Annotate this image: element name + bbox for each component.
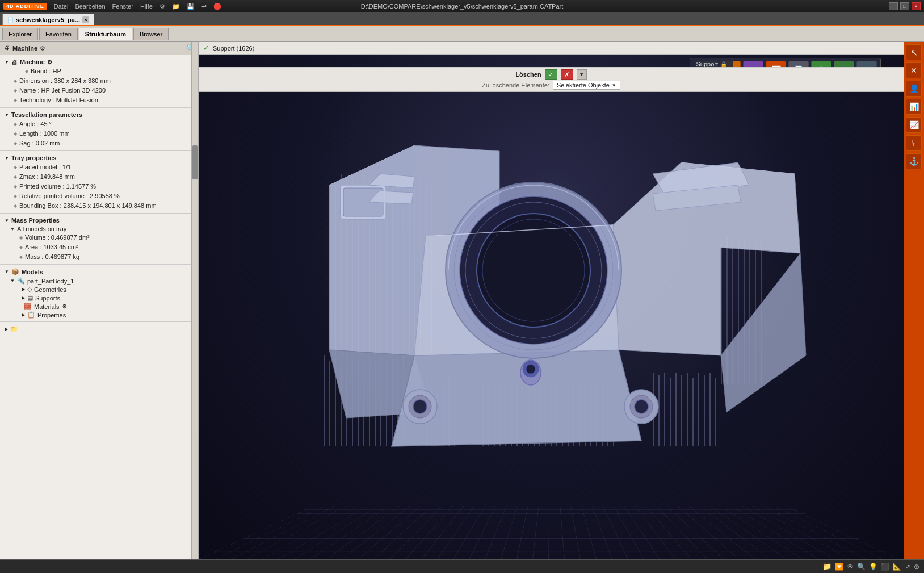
prop-name: ◆ Name : HP Jet Fusion 3D 4200 (14, 86, 196, 95)
settings-icon[interactable]: ⚙ (40, 45, 45, 52)
app-logo: 4D ADDITIVE (3, 3, 47, 10)
status-box-icon[interactable]: ⬛ (881, 563, 889, 571)
analyse-header[interactable]: ▶ 📁 (2, 324, 196, 334)
status-light-icon[interactable]: 💡 (869, 563, 877, 571)
status-folder-icon[interactable]: 📁 (822, 562, 831, 571)
status-eye-icon[interactable]: 👁 (847, 563, 854, 571)
selektierte-arrow-icon: ▼ (612, 83, 616, 88)
anchor-button[interactable]: ⚓ (906, 153, 922, 169)
status-search-icon[interactable]: 🔍 (857, 563, 866, 571)
tab-browser[interactable]: Browser (133, 28, 169, 40)
tray-label: Tray properties (11, 154, 56, 161)
machine-icon2: 🖨 (11, 58, 18, 65)
selektierte-dropdown[interactable]: Selektierte Objekte ▼ (553, 81, 620, 90)
properties-item[interactable]: ▶ 📋 Properties (19, 311, 196, 319)
models-icon: 📦 (11, 268, 19, 275)
svg-rect-54 (704, 375, 705, 446)
properties-arrow: ▶ (22, 312, 25, 317)
geometries-icon: ◇ (27, 286, 32, 293)
fork-button[interactable]: ⑂ (906, 135, 922, 151)
tab-bar: 📄 schwenklagerv5_pa... × (0, 12, 924, 26)
status-filter-icon[interactable]: 🔽 (835, 563, 843, 571)
properties-icon: 📋 (27, 311, 35, 319)
svg-rect-51 (687, 373, 688, 446)
tab-close-icon[interactable]: × (82, 16, 89, 23)
cursor-button[interactable]: ↖ (906, 44, 922, 60)
status-measure-icon[interactable]: 📐 (893, 563, 901, 571)
support-check-icon: ✓ (203, 44, 209, 52)
tab-favoriten[interactable]: Favoriten (39, 28, 78, 40)
active-tab[interactable]: 📄 schwenklagerv5_pa... × (2, 14, 94, 25)
materials-icon: 🧱 (24, 303, 32, 310)
zu-loschende-label: Zu löschende Elemente: (482, 82, 549, 89)
menu-bearbeiten[interactable]: Bearbeiten (75, 3, 105, 10)
geometries-arrow: ▶ (22, 287, 25, 292)
analyse-arrow: ▶ (5, 327, 8, 332)
scrollbar-thumb[interactable] (192, 145, 198, 179)
close-button[interactable]: × (912, 2, 921, 10)
minimize-button[interactable]: _ (889, 2, 898, 10)
analyse-section: ▶ 📁 (0, 323, 198, 335)
models-header[interactable]: ▼ 📦 Models (2, 267, 196, 277)
loschen-cancel-button[interactable]: ✗ (561, 69, 573, 80)
materials-label: Materials (34, 303, 60, 310)
prop-area: Area : 1033.45 cm² (25, 242, 78, 252)
all-models-label: All models on tray (17, 225, 66, 232)
materials-gear-icon[interactable]: ⚙ (62, 303, 67, 309)
mass-header[interactable]: ▼ Mass Properties (2, 216, 196, 225)
machine-header[interactable]: ▼ 🖨 Machine ⚙ (2, 57, 196, 66)
supports-label: Supports (35, 295, 60, 302)
tray-header[interactable]: ▼ Tray properties (2, 153, 196, 162)
3d-part-svg (255, 72, 851, 469)
filepath-title: D:\DEMO\COMPARE\schwenklager_v5\schwenkl… (361, 3, 564, 10)
tessellation-props: ◆Angle : 45 ° ◆Length : 1000 mm ◆Sag : 0… (2, 119, 196, 148)
3d-viewport[interactable]: + 🔧 ✦ 📊 📄 ⬇ ↗ ⚙ Support 🔒 (199, 55, 904, 559)
prop-placed: Placed model : 1/1 (19, 162, 71, 172)
loschen-dropdown-button[interactable]: ▼ (577, 69, 587, 80)
toolbar-icon-save[interactable]: 💾 (187, 3, 195, 10)
menu-datei[interactable]: Datei (54, 3, 69, 10)
toolbar-icon-undo[interactable]: ↩ (201, 3, 207, 10)
svg-rect-47 (664, 373, 665, 446)
svg-rect-49 (675, 373, 677, 446)
close-tool-button[interactable]: ✕ (906, 62, 922, 78)
tab-strukturbaum[interactable]: Strukturbaum (79, 28, 132, 40)
divider-3 (0, 213, 198, 214)
mass-props: ◆Volume : 0.469877 dm³ ◆Area : 1033.45 c… (8, 233, 196, 262)
models-section: ▼ 📦 Models ▼ 🔩 part_PartBody_1 ▶ ◇ G (0, 266, 198, 320)
prop-sag: Sag : 0.02 mm (19, 139, 60, 148)
machine-section: ▼ 🖨 Machine ⚙ ◆ Brand : HP ◆ Dimension :… (0, 56, 198, 106)
menu-hilfe[interactable]: Hilfe (140, 3, 153, 10)
tessellation-header[interactable]: ▼ Tessellation parameters (2, 110, 196, 119)
status-export2-icon[interactable]: ↗ (905, 563, 910, 571)
divider-1 (0, 107, 198, 108)
machine-props: ◆ Brand : HP ◆ Dimension : 380 x 284 x 3… (2, 66, 196, 105)
toolbar-icon-stop[interactable]: 🛑 (213, 3, 221, 10)
models-items: ▼ 🔩 part_PartBody_1 ▶ ◇ Geometries ▶ ▤ (2, 277, 196, 319)
maximize-button[interactable]: □ (900, 2, 909, 10)
materials-item[interactable]: 🧱 Materials ⚙ (19, 302, 196, 311)
tray-props: ◆Placed model : 1/1 ◆Zmax : 149.848 mm ◆… (2, 162, 196, 211)
scrollbar-track[interactable] (191, 42, 198, 559)
tab-explorer[interactable]: Explorer (2, 28, 38, 40)
tessellation-label: Tessellation parameters (11, 111, 82, 118)
toolbar-icon-folder[interactable]: 📁 (172, 3, 180, 10)
svg-rect-0 (324, 355, 325, 446)
barchart-button[interactable]: 📊 (906, 99, 922, 115)
loschen-confirm-button[interactable]: ✓ (545, 69, 557, 80)
all-models-header[interactable]: ▼ All models on tray (8, 225, 196, 233)
figure-button[interactable]: 👤 (906, 81, 922, 97)
menu-fenster[interactable]: Fenster (112, 3, 133, 10)
linechart-button[interactable]: 📈 (906, 117, 922, 133)
toolbar-icon-1[interactable]: ⚙ (159, 3, 165, 10)
part-body-arrow: ▼ (10, 278, 15, 283)
geometries-item[interactable]: ▶ ◇ Geometries (19, 285, 196, 294)
status-plus-icon[interactable]: ⊕ (914, 563, 919, 571)
machine-gear-icon[interactable]: ⚙ (47, 59, 52, 65)
part-body-item[interactable]: ▼ 🔩 part_PartBody_1 (8, 277, 196, 285)
brand-value: Brand : HP (31, 66, 61, 76)
svg-rect-50 (681, 375, 682, 446)
supports-item[interactable]: ▶ ▤ Supports (19, 294, 196, 302)
technology-value: Technology : MultiJet Fusion (19, 95, 98, 105)
svg-rect-56 (715, 378, 716, 446)
